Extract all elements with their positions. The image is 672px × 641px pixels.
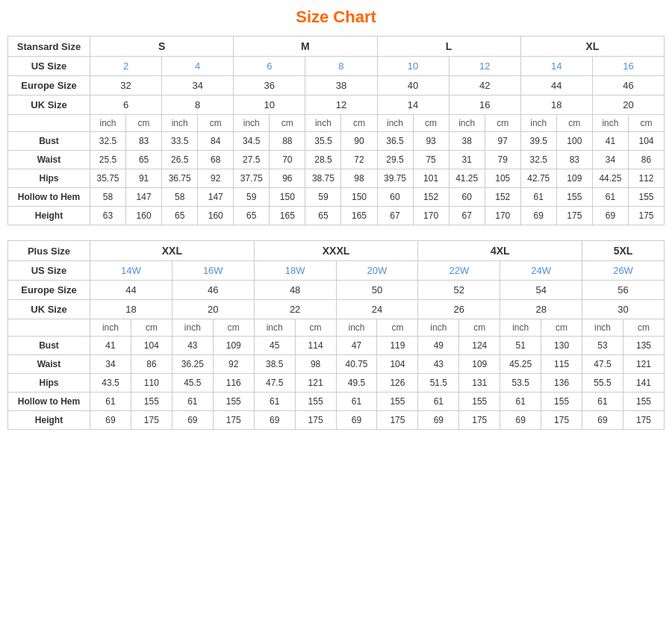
- cell-2-1: 91: [126, 169, 162, 188]
- cell-1-13: 83: [556, 151, 592, 169]
- plus-row-label-2: Hips: [8, 374, 90, 393]
- cell-3-2: 58: [162, 188, 198, 207]
- standard-size-l: L: [377, 37, 520, 57]
- cell-3-5: 150: [270, 188, 305, 207]
- cell-4-11: 170: [485, 207, 520, 225]
- plus-table-row: Bust41104431094511447119491245113053135: [8, 337, 665, 355]
- plus-cell-1-0: 34: [90, 355, 131, 374]
- cell-3-7: 150: [341, 188, 377, 207]
- plus-cell-0-13: 135: [623, 337, 664, 355]
- plus-size-xxxl: XXXL: [254, 241, 418, 261]
- unit-cm-2: cm: [270, 115, 305, 132]
- plus-cell-4-10: 69: [500, 411, 541, 430]
- plus-table-row: Waist348636.259238.59840.751044310945.25…: [8, 355, 665, 374]
- plus-cell-0-5: 114: [295, 337, 336, 355]
- plus-table-row: Hollow to Hem611556115561155611556115561…: [8, 393, 665, 411]
- plus-size-section: Plus Size XXL XXXL 4XL 5XL US Size 14W 1…: [7, 240, 665, 430]
- row-label-3: Hollow to Hem: [8, 188, 90, 207]
- plus-unit-inch-2: inch: [254, 319, 295, 337]
- plus-table-row: Hips43.511045.511647.512149.512651.51315…: [8, 374, 665, 393]
- cell-3-15: 155: [628, 188, 664, 207]
- plus-cell-4-4: 69: [254, 411, 295, 430]
- plus-us-18w: 18W: [254, 261, 336, 281]
- unit-cm-5: cm: [485, 115, 520, 132]
- plus-cell-2-12: 55.5: [582, 374, 623, 393]
- plus-size-5xl: 5XL: [582, 241, 665, 261]
- plus-cell-1-8: 43: [418, 355, 459, 374]
- cell-3-11: 152: [485, 188, 520, 207]
- plus-row-label-3: Hollow to Hem: [8, 393, 90, 411]
- plus-cell-0-3: 109: [213, 337, 254, 355]
- plus-header-label: Plus Size: [8, 241, 90, 261]
- cell-2-2: 36.75: [162, 169, 198, 188]
- cell-1-7: 72: [341, 151, 377, 169]
- plus-cell-3-0: 61: [90, 393, 131, 411]
- cell-3-0: 58: [90, 188, 126, 207]
- plus-cell-0-7: 119: [377, 337, 418, 355]
- plus-cell-4-11: 175: [541, 411, 582, 430]
- table-row: Hollow to Hem581475814759150591506015260…: [8, 188, 665, 207]
- cell-1-6: 28.5: [305, 151, 341, 169]
- unit-inch-7: inch: [592, 115, 628, 132]
- plus-cell-3-10: 61: [500, 393, 541, 411]
- cell-4-10: 67: [449, 207, 485, 225]
- unit-cm-0: cm: [126, 115, 162, 132]
- cell-3-6: 59: [305, 188, 341, 207]
- cell-2-7: 98: [341, 169, 377, 188]
- cell-0-3: 84: [198, 132, 234, 151]
- plus-unit-inch-3: inch: [336, 319, 377, 337]
- unit-cm-3: cm: [341, 115, 377, 132]
- uk-10: 10: [234, 96, 305, 115]
- unit-cm-6: cm: [556, 115, 592, 132]
- plus-cell-1-7: 104: [377, 355, 418, 374]
- cell-0-11: 97: [485, 132, 520, 151]
- uk-size-label: UK Size: [8, 96, 90, 115]
- plus-cell-3-6: 61: [336, 393, 377, 411]
- cell-4-13: 175: [556, 207, 592, 225]
- plus-cell-1-9: 109: [459, 355, 500, 374]
- standard-size-section: Stansard Size S M L XL US Size 2 4 6 8 1…: [7, 36, 665, 225]
- cell-3-10: 60: [449, 188, 485, 207]
- row-label-2: Hips: [8, 169, 90, 188]
- plus-us-22w: 22W: [418, 261, 500, 281]
- plus-cell-3-11: 155: [541, 393, 582, 411]
- plus-size-4xl: 4XL: [418, 241, 582, 261]
- plus-cell-0-1: 104: [131, 337, 172, 355]
- cell-4-5: 165: [270, 207, 305, 225]
- plus-cell-3-2: 61: [172, 393, 213, 411]
- europe-40: 40: [377, 76, 449, 96]
- cell-2-15: 112: [628, 169, 664, 188]
- plus-cell-3-3: 155: [213, 393, 254, 411]
- cell-2-12: 42.75: [520, 169, 556, 188]
- standard-size-s: S: [90, 37, 234, 57]
- cell-2-14: 44.25: [592, 169, 628, 188]
- us-size-16: 16: [592, 57, 664, 76]
- standard-size-table: Stansard Size S M L XL US Size 2 4 6 8 1…: [7, 36, 665, 225]
- cell-4-7: 165: [341, 207, 377, 225]
- cell-0-12: 39.5: [520, 132, 556, 151]
- cell-4-8: 67: [377, 207, 413, 225]
- plus-us-24w: 24W: [500, 261, 582, 281]
- cell-3-9: 152: [413, 188, 449, 207]
- uk-6: 6: [90, 96, 162, 115]
- plus-cell-1-5: 98: [295, 355, 336, 374]
- plus-table-row: Height6917569175691756917569175691756917…: [8, 411, 665, 430]
- cell-3-13: 155: [556, 188, 592, 207]
- plus-cell-0-11: 130: [541, 337, 582, 355]
- unit-inch-5: inch: [449, 115, 485, 132]
- us-size-10: 10: [377, 57, 449, 76]
- cell-0-1: 83: [126, 132, 162, 151]
- cell-1-2: 26.5: [162, 151, 198, 169]
- plus-cell-3-8: 61: [418, 393, 459, 411]
- plus-cell-1-4: 38.5: [254, 355, 295, 374]
- cell-0-0: 32.5: [90, 132, 126, 151]
- row-label-0: Bust: [8, 132, 90, 151]
- plus-cell-4-3: 175: [213, 411, 254, 430]
- plus-unit-cm-1: cm: [213, 319, 254, 337]
- unit-inch-3: inch: [305, 115, 341, 132]
- uk-20: 20: [592, 96, 664, 115]
- unit-inch-2: inch: [234, 115, 270, 132]
- plus-row-label-4: Height: [8, 411, 90, 430]
- plus-cell-1-6: 40.75: [336, 355, 377, 374]
- plus-unit-cm-6: cm: [623, 319, 664, 337]
